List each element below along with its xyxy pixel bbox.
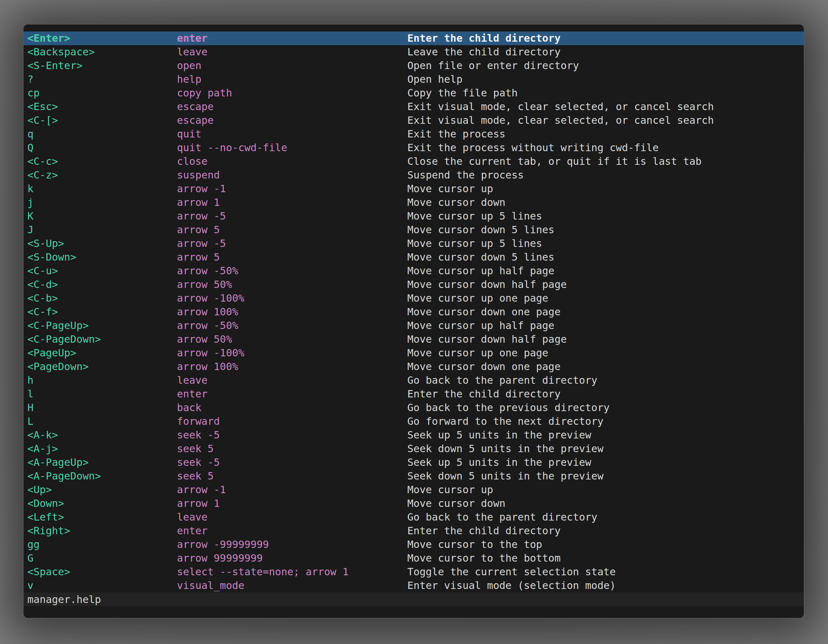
keybinding-row[interactable]: k arrow -1 Move cursor up [24, 182, 804, 196]
keybinding-row[interactable]: <Esc> escape Exit visual mode, clear sel… [24, 100, 804, 114]
keybinding-row[interactable]: q quit Exit the process [24, 127, 804, 141]
command-cell: arrow 5 [177, 251, 407, 264]
keybinding-row[interactable]: <S-Down> arrow 5 Move cursor down 5 line… [24, 251, 804, 264]
command-cell: enter [177, 31, 407, 45]
keybinding-row[interactable]: <C-z> suspend Suspend the process [24, 168, 804, 182]
key-cell: G [24, 552, 177, 565]
description-cell: Seek down 5 units in the preview [407, 469, 804, 483]
window-bottom-padding [24, 606, 804, 618]
keybinding-row[interactable]: <C-f> arrow 100% Move cursor down one pa… [24, 305, 804, 319]
keybinding-row[interactable]: <Space> select --state=none; arrow 1 Tog… [24, 565, 804, 579]
keybinding-row[interactable]: <C-PageDown> arrow 50% Move cursor down … [24, 332, 804, 346]
keybinding-row[interactable]: <A-k> seek -5 Seek up 5 units in the pre… [24, 428, 804, 442]
keybinding-row[interactable]: G arrow 99999999 Move cursor to the bott… [24, 552, 804, 565]
keybinding-row[interactable]: <S-Up> arrow -5 Move cursor up 5 lines [24, 237, 804, 251]
key-cell: v [24, 579, 177, 592]
key-cell: J [24, 223, 177, 237]
keybinding-row[interactable]: cp copy path Copy the file path [24, 86, 804, 100]
command-cell: arrow 100% [177, 360, 407, 373]
key-cell: <Enter> [24, 31, 177, 45]
key-cell: <Space> [24, 565, 177, 579]
description-cell: Move cursor down [407, 497, 804, 510]
key-cell: <C-d> [24, 278, 177, 291]
keybinding-row[interactable]: ? help Open help [24, 72, 804, 86]
description-cell: Leave the child directory [407, 45, 804, 59]
description-cell: Move cursor down 5 lines [407, 223, 804, 237]
keybinding-row[interactable]: H back Go back to the previous directory [24, 401, 804, 415]
keybinding-row[interactable]: Q quit --no-cwd-file Exit the process wi… [24, 141, 804, 155]
command-cell: back [177, 401, 407, 415]
description-cell: Go back to the previous directory [407, 401, 804, 415]
command-cell: arrow -50% [177, 319, 407, 332]
keybinding-row[interactable]: <Down> arrow 1 Move cursor down [24, 497, 804, 510]
command-cell: arrow -5 [177, 237, 407, 251]
keybinding-row[interactable]: <A-PageUp> seek -5 Seek up 5 units in th… [24, 456, 804, 469]
description-cell: Move cursor down one page [407, 360, 804, 373]
keybinding-row[interactable]: J arrow 5 Move cursor down 5 lines [24, 223, 804, 237]
key-cell: L [24, 415, 177, 428]
status-bar: manager.help [24, 592, 804, 606]
key-cell: <A-PageUp> [24, 456, 177, 469]
command-cell: leave [177, 373, 407, 387]
keybinding-row[interactable]: h leave Go back to the parent directory [24, 373, 804, 387]
keybinding-row[interactable]: <PageDown> arrow 100% Move cursor down o… [24, 360, 804, 373]
key-cell: <A-PageDown> [24, 469, 177, 483]
command-cell: suspend [177, 168, 407, 182]
keybinding-list: <Enter> enter Enter the child directory … [24, 31, 804, 592]
keybinding-row[interactable]: v visual_mode Enter visual mode (selecti… [24, 579, 804, 592]
command-cell: enter [177, 524, 407, 538]
command-cell: seek 5 [177, 469, 407, 483]
command-cell: enter [177, 387, 407, 401]
command-cell: seek -5 [177, 428, 407, 442]
keybinding-row[interactable]: <A-j> seek 5 Seek down 5 units in the pr… [24, 442, 804, 456]
description-cell: Move cursor up 5 lines [407, 237, 804, 251]
keybinding-row[interactable]: <Right> enter Enter the child directory [24, 524, 804, 538]
description-cell: Close the current tab, or quit if it is … [407, 155, 804, 168]
key-cell: <Up> [24, 483, 177, 497]
keybinding-row[interactable]: K arrow -5 Move cursor up 5 lines [24, 209, 804, 223]
description-cell: Seek up 5 units in the preview [407, 456, 804, 469]
command-cell: copy path [177, 86, 407, 100]
key-cell: <S-Enter> [24, 59, 177, 72]
keybinding-row[interactable]: <Left> leave Go back to the parent direc… [24, 510, 804, 524]
description-cell: Move cursor down [407, 196, 804, 209]
keybinding-row[interactable]: <S-Enter> open Open file or enter direct… [24, 59, 804, 72]
key-cell: K [24, 209, 177, 223]
command-cell: select --state=none; arrow 1 [177, 565, 407, 579]
keybinding-row[interactable]: L forward Go forward to the next directo… [24, 415, 804, 428]
description-cell: Move cursor down 5 lines [407, 251, 804, 264]
keybinding-row[interactable]: <Up> arrow -1 Move cursor up [24, 483, 804, 497]
keybinding-row[interactable]: <C-[> escape Exit visual mode, clear sel… [24, 114, 804, 127]
keybinding-row[interactable]: <C-u> arrow -50% Move cursor up half pag… [24, 264, 804, 278]
status-layer-label: manager.help [24, 594, 101, 605]
key-cell: q [24, 127, 177, 141]
keybinding-row[interactable]: <A-PageDown> seek 5 Seek down 5 units in… [24, 469, 804, 483]
key-cell: Q [24, 141, 177, 155]
keybinding-row[interactable]: <C-b> arrow -100% Move cursor up one pag… [24, 291, 804, 305]
keybinding-row[interactable]: <PageUp> arrow -100% Move cursor up one … [24, 346, 804, 360]
command-cell: quit [177, 127, 407, 141]
command-cell: close [177, 155, 407, 168]
key-cell: <C-PageDown> [24, 332, 177, 346]
keybinding-row[interactable]: <C-d> arrow 50% Move cursor down half pa… [24, 278, 804, 291]
key-cell: <Left> [24, 510, 177, 524]
desktop-background: <Enter> enter Enter the child directory … [0, 0, 828, 644]
description-cell: Go back to the parent directory [407, 510, 804, 524]
key-cell: cp [24, 86, 177, 100]
keybinding-row[interactable]: <Enter> enter Enter the child directory [24, 31, 804, 45]
window-top-padding [24, 25, 804, 31]
description-cell: Seek up 5 units in the preview [407, 428, 804, 442]
keybinding-row[interactable]: <C-PageUp> arrow -50% Move cursor up hal… [24, 319, 804, 332]
command-cell: arrow -100% [177, 346, 407, 360]
keybinding-row[interactable]: gg arrow -99999999 Move cursor to the to… [24, 538, 804, 552]
description-cell: Move cursor to the top [407, 538, 804, 552]
command-cell: seek 5 [177, 442, 407, 456]
keybinding-row[interactable]: l enter Enter the child directory [24, 387, 804, 401]
keybinding-row[interactable]: <Backspace> leave Leave the child direct… [24, 45, 804, 59]
key-cell: <PageDown> [24, 360, 177, 373]
keybinding-row[interactable]: j arrow 1 Move cursor down [24, 196, 804, 209]
description-cell: Exit visual mode, clear selected, or can… [407, 114, 804, 127]
description-cell: Move cursor down one page [407, 305, 804, 319]
keybinding-row[interactable]: <C-c> close Close the current tab, or qu… [24, 155, 804, 168]
command-cell: arrow 1 [177, 497, 407, 510]
